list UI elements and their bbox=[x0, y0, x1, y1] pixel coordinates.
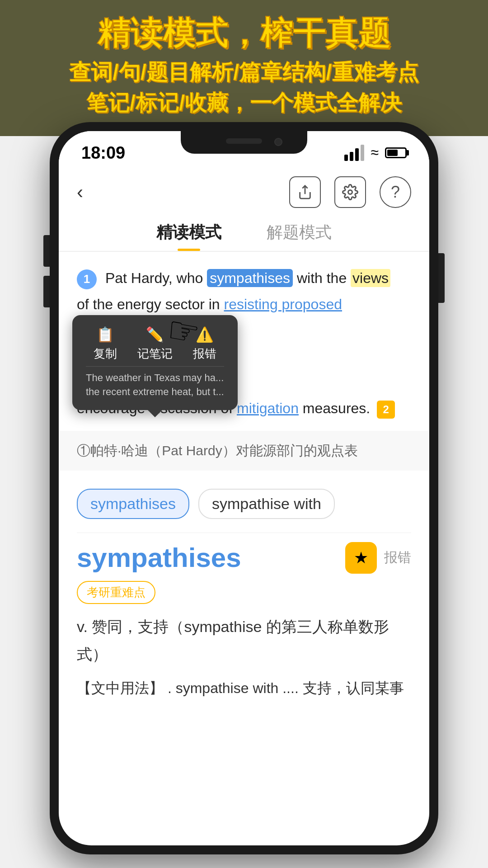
app-navbar: ‹ ? bbox=[59, 167, 429, 217]
banner-title: 精读模式，榨干真题 bbox=[18, 14, 470, 52]
battery-icon bbox=[385, 147, 407, 158]
word-chips: sympathises sympathise with bbox=[59, 475, 429, 533]
passage-number: 1 bbox=[77, 269, 97, 289]
popup-preview: The weather in Texas may ha... the recen… bbox=[86, 366, 224, 399]
volume-down-button[interactable] bbox=[43, 276, 50, 307]
marker-2: 2 bbox=[377, 401, 395, 419]
back-button[interactable]: ‹ bbox=[77, 181, 83, 203]
help-button[interactable]: ? bbox=[380, 176, 411, 208]
power-button[interactable] bbox=[438, 253, 445, 303]
popup-context-menu: 📋 复制 ✏️ 记笔记 ⚠️ 报错 bbox=[72, 315, 238, 410]
star-button[interactable]: ★ bbox=[345, 542, 377, 574]
translation-text: ①帕特·哈迪（Pat Hardy）对能源部门的观点表 bbox=[77, 440, 411, 462]
link-resisting-proposed[interactable]: resisting proposed bbox=[224, 296, 342, 312]
tab-jieti[interactable]: 解题模式 bbox=[267, 222, 332, 251]
meaning-text: 赞同，支持（sympathise 的第三人称单数形式） bbox=[77, 618, 389, 663]
passage-text-before: Pat Hardy, who bbox=[105, 270, 207, 286]
passage-line6b: measures. bbox=[303, 400, 370, 416]
settings-button[interactable] bbox=[334, 176, 366, 208]
banner-subtitle1: 查词/句/题目解析/篇章结构/重难考点 bbox=[18, 57, 470, 87]
status-icons: ≈ bbox=[344, 144, 407, 163]
passage-line2: of the energy sector in bbox=[77, 296, 224, 312]
part-of-speech: v. bbox=[77, 618, 88, 635]
passage-block: 1 Pat Hardy, who sympathises with the vi… bbox=[59, 252, 429, 431]
popup-menu-row: 📋 复制 ✏️ 记笔记 ⚠️ 报错 bbox=[86, 326, 224, 362]
camera bbox=[274, 138, 282, 146]
chip-sympathise-with[interactable]: sympathise with bbox=[198, 489, 335, 519]
link-mitigation[interactable]: mitigation bbox=[237, 400, 299, 416]
svg-point-0 bbox=[348, 190, 352, 194]
difficulty-tag: 考研重难点 bbox=[77, 581, 155, 604]
word-header: sympathises ★ 报错 bbox=[77, 542, 411, 574]
speaker bbox=[226, 138, 262, 144]
definition-text: v. 赞同，支持（sympathise 的第三人称单数形式） bbox=[77, 613, 411, 668]
notch bbox=[181, 131, 307, 154]
volume-up-button[interactable] bbox=[43, 235, 50, 267]
copy-icon: 📋 bbox=[96, 326, 114, 343]
wifi-icon: ≈ bbox=[371, 144, 379, 161]
signal-icon bbox=[344, 145, 364, 161]
highlighted-word-views[interactable]: views bbox=[351, 269, 390, 287]
tab-jingdu[interactable]: 精读模式 bbox=[156, 222, 221, 251]
top-banner: 精读模式，榨干真题 查词/句/题目解析/篇章结构/重难考点 笔记/标记/收藏，一… bbox=[0, 0, 488, 136]
highlighted-word-sympathises[interactable]: sympathises bbox=[207, 269, 293, 287]
banner-subtitle2: 笔记/标记/收藏，一个模式全解决 bbox=[18, 88, 470, 118]
usage-label: 【文中用法】 bbox=[77, 680, 164, 696]
chip-sympathises[interactable]: sympathises bbox=[77, 489, 189, 519]
nav-icons: ? bbox=[289, 176, 411, 208]
copy-menu-item[interactable]: 📋 复制 bbox=[89, 326, 121, 362]
word-header-right: ★ 报错 bbox=[345, 542, 411, 574]
usage-text: 【文中用法】 . sympathise with .... 支持，认同某事 bbox=[77, 675, 411, 702]
phone-frame: 18:09 ≈ ‹ bbox=[50, 122, 438, 854]
popup-preview-text2: the recent extreme heat, but t... bbox=[86, 386, 224, 397]
copy-label: 复制 bbox=[94, 346, 117, 362]
mode-tabs: 精读模式 解题模式 bbox=[59, 217, 429, 251]
translation-area: ①帕特·哈迪（Pat Hardy）对能源部门的观点表 bbox=[59, 431, 429, 471]
definition-area: sympathises ★ 报错 考研重难点 v. 赞同，支持（sympathi… bbox=[59, 533, 429, 711]
scroll-content[interactable]: 1 Pat Hardy, who sympathises with the vi… bbox=[59, 252, 429, 845]
popup-preview-text1: The weather in Texas may ha... bbox=[86, 372, 224, 383]
usage-content: . sympathise with .... 支持，认同某事 bbox=[168, 680, 404, 696]
word-main: sympathises bbox=[77, 542, 241, 573]
word-report-button[interactable]: 报错 bbox=[384, 548, 411, 567]
note-icon: ✏️ bbox=[146, 326, 164, 343]
share-button[interactable] bbox=[289, 176, 321, 208]
passage-text-mid: with the bbox=[297, 270, 351, 286]
status-time: 18:09 bbox=[81, 143, 125, 163]
star-icon: ★ bbox=[354, 548, 368, 567]
